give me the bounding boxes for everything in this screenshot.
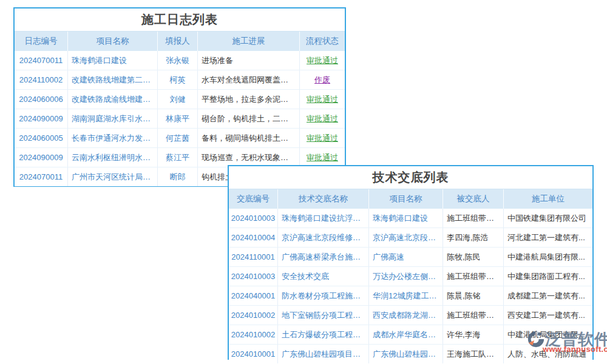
cell-name[interactable]: 珠海鹤港口建设抗浮锚杆...: [278, 209, 369, 228]
cell-project[interactable]: 云南水利枢纽潜明水库一...: [68, 148, 158, 167]
construction-log-table-header: 日志编号项目名称填报人施工进展流程状态: [15, 32, 345, 51]
column-header: 施工进展: [198, 32, 300, 51]
cell-receiver: 许华,李海: [443, 325, 504, 344]
cell-id[interactable]: 2024110002: [15, 70, 68, 89]
cell-name[interactable]: 防水卷材分项工程施工技...: [278, 286, 369, 305]
cell-progress: 现场巡查，无积水现象，水...: [198, 148, 300, 167]
status-link[interactable]: 审批通过: [307, 113, 338, 124]
column-header: 流程状态: [300, 32, 345, 51]
cell-id[interactable]: 2024070011: [15, 51, 68, 70]
table-row[interactable]: 2024110001广佛高速桥梁承台施工技...广佛高速陈牧,陈民中建港航局集团…: [229, 248, 592, 267]
table-row[interactable]: 2024010003安全技术交底万达办公楼左侧A...施工班组带班...中建集团…: [229, 267, 592, 286]
status-link[interactable]: 审批通过: [307, 152, 338, 163]
cell-project[interactable]: 湖南洞庭湖水库引水工程...: [68, 109, 158, 128]
cell-progress: 备料，砌间墙钩机排土，瓦...: [198, 129, 300, 147]
cell-reporter[interactable]: 张永银: [158, 51, 198, 70]
cell-receiver: 陈晨,陈铭: [443, 286, 504, 305]
cell-receiver: 施工班组带班...: [443, 306, 504, 325]
cell-id[interactable]: 2024070011: [15, 167, 68, 186]
cell-unit: 中建港航局集团有限...: [504, 248, 592, 266]
cell-status: 审批通过: [300, 148, 345, 167]
column-header: 项目名称: [369, 189, 443, 209]
cell-name[interactable]: 广东佛山碧桂园项目人防...: [278, 345, 369, 363]
table-row[interactable]: 2024010001广东佛山碧桂园项目人防...广东佛山碧桂园项目王海施工队全队…: [229, 345, 592, 363]
cell-name[interactable]: 安全技术交底: [278, 267, 369, 286]
technical-disclosure-table-panel: 技术交底列表 交底编号技术交底名称项目名称被交底人施工单位 2024010003…: [228, 165, 594, 360]
cell-progress: 进场准备: [198, 51, 300, 70]
table-row[interactable]: 2024010002土石方爆破分项工程施工...成都水岸华庭名苑...许华,李海…: [229, 325, 592, 345]
table-row[interactable]: 2024110002改建铁路线增建第二线直...柯英水车对全线遮阳网覆盖点进..…: [15, 70, 345, 90]
cell-project[interactable]: 改建铁路成渝线增建第二...: [68, 90, 158, 109]
table-row[interactable]: 2024010003珠海鹤港口建设抗浮锚杆...珠海鹤港口建设施工班组带班...…: [229, 209, 592, 228]
cell-receiver: 施工班组带班...: [443, 209, 504, 228]
table-row[interactable]: 2024060005长春市伊通河水力发电厂...何芷茵备料，砌间墙钩机排土，瓦.…: [15, 129, 345, 148]
cell-id[interactable]: 2024010004: [229, 228, 278, 247]
cell-id[interactable]: 2024060005: [15, 129, 68, 147]
cell-reporter[interactable]: 柯英: [158, 70, 198, 89]
cell-id[interactable]: 2024060006: [15, 90, 68, 109]
status-link[interactable]: 作废: [314, 75, 330, 86]
cell-status: 审批通过: [300, 51, 345, 70]
cell-unit: 中建集团路面工程有...: [504, 267, 592, 286]
cell-reporter[interactable]: 断郎: [158, 167, 198, 186]
cell-unit: 中建港航局集团有限...: [504, 325, 592, 344]
cell-id[interactable]: 2024010003: [229, 267, 278, 286]
table-row[interactable]: 2024040001防水卷材分项工程施工技...华润12城房建工程...陈晨,陈…: [229, 286, 592, 306]
cell-unit: 西安建工第一建筑有...: [504, 306, 592, 325]
cell-project[interactable]: 广州市天河区统计局机房...: [68, 167, 158, 186]
cell-status: 审批通过: [300, 90, 345, 109]
cell-unit: 成都建工第一建筑有...: [504, 286, 592, 305]
cell-project[interactable]: 珠海鹤港口建设: [369, 209, 443, 228]
cell-unit: 河北建工第一建筑有...: [504, 228, 592, 247]
cell-unit: 中国铁建集团有限公司: [504, 209, 592, 228]
cell-id[interactable]: 2024040001: [229, 286, 278, 305]
cell-id[interactable]: 2024010001: [229, 345, 278, 363]
page-canvas: 施工日志列表 日志编号项目名称填报人施工进展流程状态 2024070011珠海鹤…: [0, 0, 607, 364]
cell-receiver: 王海施工队全队: [443, 345, 504, 363]
column-header: 日志编号: [15, 32, 68, 51]
cell-reporter[interactable]: 蔡江平: [158, 148, 198, 167]
column-header: 交底编号: [229, 189, 278, 209]
cell-id[interactable]: 2024010003: [229, 209, 278, 228]
status-link[interactable]: 审批通过: [307, 94, 338, 105]
cell-id[interactable]: 2024110001: [229, 248, 278, 266]
cell-project[interactable]: 广东佛山碧桂园项目: [369, 345, 443, 363]
cell-receiver: 陈牧,陈民: [443, 248, 504, 266]
table-row[interactable]: 2024090009湖南洞庭湖水库引水工程...林康平砌台阶，钩机排土，二包砌.…: [15, 109, 345, 129]
cell-id[interactable]: 2024010002: [229, 306, 278, 325]
column-header: 施工单位: [504, 189, 592, 209]
cell-project[interactable]: 华润12城房建工程...: [369, 286, 443, 305]
status-link[interactable]: 审批通过: [307, 55, 338, 66]
cell-reporter[interactable]: 刘健: [158, 90, 198, 109]
table-row[interactable]: 2024060006改建铁路成渝线增建第二...刘健平整场地，拉走多余泥土15.…: [15, 90, 345, 109]
cell-reporter[interactable]: 何芷茵: [158, 129, 198, 147]
cell-id[interactable]: 2024010002: [229, 325, 278, 344]
table-row[interactable]: 2024070011珠海鹤港口建设张永银进场准备审批通过: [15, 51, 345, 70]
cell-status: 审批通过: [300, 109, 345, 128]
table-row[interactable]: 2024010004京沪高速北京段维修桩帽...京沪高速北京段维修李四海,陈浩河…: [229, 228, 592, 248]
cell-project[interactable]: 长春市伊通河水力发电厂...: [68, 129, 158, 147]
cell-project[interactable]: 改建铁路线增建第二线直...: [68, 70, 158, 89]
status-link[interactable]: 审批通过: [307, 133, 338, 144]
cell-project[interactable]: 京沪高速北京段维修: [369, 228, 443, 247]
cell-project[interactable]: 万达办公楼左侧A...: [369, 267, 443, 286]
cell-name[interactable]: 地下室钢筋分项工程施工...: [278, 306, 369, 325]
cell-progress: 砌台阶，钩机排土，二包砌...: [198, 109, 300, 128]
construction-log-table-title: 施工日志列表: [15, 8, 345, 32]
table-row[interactable]: 2024010002地下室钢筋分项工程施工...西安成都路龙湖上...施工班组带…: [229, 306, 592, 325]
cell-reporter[interactable]: 林康平: [158, 109, 198, 128]
cell-progress: 平整场地，拉走多余泥土15...: [198, 90, 300, 109]
cell-project[interactable]: 广佛高速: [369, 248, 443, 266]
technical-disclosure-table-header: 交底编号技术交底名称项目名称被交底人施工单位: [229, 189, 592, 209]
cell-project[interactable]: 珠海鹤港口建设: [68, 51, 158, 70]
technical-disclosure-table-title: 技术交底列表: [229, 166, 592, 189]
cell-project[interactable]: 西安成都路龙湖上...: [369, 306, 443, 325]
technical-disclosure-table-body: 2024010003珠海鹤港口建设抗浮锚杆...珠海鹤港口建设施工班组带班...…: [229, 209, 592, 363]
cell-project[interactable]: 成都水岸华庭名苑...: [369, 325, 443, 344]
cell-name[interactable]: 京沪高速北京段维修桩帽...: [278, 228, 369, 247]
cell-id[interactable]: 2024090009: [15, 109, 68, 128]
column-header: 填报人: [158, 32, 198, 51]
cell-name[interactable]: 土石方爆破分项工程施工...: [278, 325, 369, 344]
cell-name[interactable]: 广佛高速桥梁承台施工技...: [278, 248, 369, 266]
cell-id[interactable]: 2024090009: [15, 148, 68, 167]
